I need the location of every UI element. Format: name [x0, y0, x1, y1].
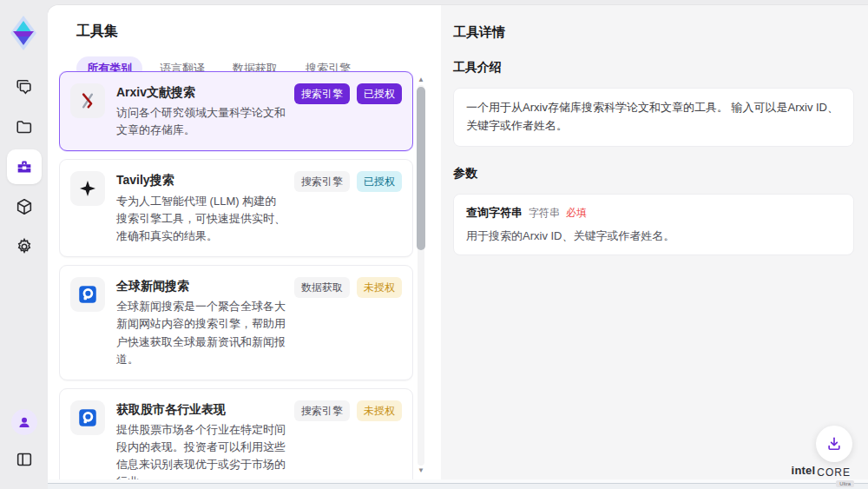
tool-body: Arxiv文献搜索访问各个研究领域大量科学论文和文章的存储库。 [116, 83, 294, 139]
main-window: 工具集 所有类别语言翻译数据获取搜索引擎 Arxiv文献搜索访问各个研究领域大量… [48, 5, 868, 479]
badge-group: 数据获取未授权 [294, 277, 402, 368]
cube-icon[interactable] [7, 189, 42, 224]
intro-text: 一个用于从Arxiv存储库搜索科学论文和文章的工具。 输入可以是Arxiv ID… [466, 99, 841, 135]
core-wordmark: CORE [817, 466, 851, 479]
rail-nav [0, 69, 48, 269]
download-button[interactable] [816, 426, 852, 462]
auth-status-badge: 未授权 [357, 277, 402, 298]
tool-description: 全球新闻搜索是一个聚合全球各大新闻网站内容的搜索引擎，帮助用户快速获取全球最新资… [116, 298, 287, 368]
tool-description: 访问各个研究领域大量科学论文和文章的存储库。 [116, 104, 287, 139]
tool-detail-pane: 工具详情 工具介绍 一个用于从Arxiv存储库搜索科学论文和文章的工具。 输入可… [441, 5, 868, 479]
scroll-down-icon[interactable]: ▼ [416, 466, 426, 476]
user-avatar[interactable] [11, 409, 37, 435]
app-root: 工具集 所有类别语言翻译数据获取搜索引擎 Arxiv文献搜索访问各个研究领域大量… [0, 0, 868, 489]
param-head: 查询字符串 字符串 必填 [466, 205, 841, 221]
intel-core-logo: intel CORE Ultra [792, 464, 854, 487]
param-type: 字符串 [529, 206, 560, 221]
badge-group: 搜索引擎未授权 [294, 400, 402, 479]
tool-body: 获取股市各行业表现提供股票市场各个行业在特定时间段内的表现。投资者可以利用这些信… [116, 400, 294, 479]
tool-name: 获取股市各行业表现 [116, 401, 287, 417]
tool-body: 全球新闻搜索全球新闻搜索是一个聚合全球各大新闻网站内容的搜索引擎，帮助用户快速获… [116, 277, 294, 368]
panel-toggle-icon[interactable] [7, 442, 42, 477]
ultra-badge: Ultra [836, 480, 854, 487]
tools-list-pane: 工具集 所有类别语言翻译数据获取搜索引擎 Arxiv文献搜索访问各个研究领域大量… [48, 5, 441, 479]
badge-group: 搜索引擎已授权 [294, 171, 402, 245]
tool-list: Arxiv文献搜索访问各个研究领域大量科学论文和文章的存储库。搜索引擎已授权Ta… [59, 71, 413, 479]
auth-status-badge: 已授权 [357, 171, 402, 192]
param-required-badge: 必填 [566, 206, 587, 221]
page-title: 工具集 [48, 5, 441, 41]
tool-card-2[interactable]: 全球新闻搜索全球新闻搜索是一个聚合全球各大新闻网站内容的搜索引擎，帮助用户快速获… [59, 265, 413, 380]
desktop-bottom-strip [0, 483, 868, 489]
auth-status-badge: 未授权 [357, 400, 402, 421]
arxiv-x-icon [70, 83, 105, 118]
tool-description: 专为人工智能代理 (LLM) 构建的搜索引擎工具，可快速提供实时、准确和真实的结… [116, 193, 287, 245]
scroll-up-icon[interactable]: ▲ [416, 75, 426, 85]
toolbox-icon-active[interactable] [7, 149, 42, 184]
params-heading: 参数 [453, 166, 854, 182]
list-scrollbar[interactable]: ▲ ▼ [416, 75, 426, 479]
category-badge: 数据获取 [294, 277, 350, 298]
folder-icon[interactable] [7, 109, 42, 144]
intel-wordmark: intel [792, 464, 816, 477]
tool-name: Tavily搜索 [116, 172, 287, 188]
tool-body: Tavily搜索专为人工智能代理 (LLM) 构建的搜索引擎工具，可快速提供实时… [116, 171, 294, 245]
intro-card: 一个用于从Arxiv存储库搜索科学论文和文章的工具。 输入可以是Arxiv ID… [453, 88, 854, 147]
category-badge: 搜索引擎 [294, 171, 350, 192]
chat-icon[interactable] [7, 69, 42, 104]
tool-name: Arxiv文献搜索 [116, 84, 287, 100]
download-icon [825, 435, 843, 453]
tool-card-1[interactable]: Tavily搜索专为人工智能代理 (LLM) 构建的搜索引擎工具，可快速提供实时… [59, 159, 413, 257]
tool-name: 全球新闻搜索 [116, 278, 287, 294]
scrollbar-thumb[interactable] [417, 87, 425, 250]
star-icon [70, 171, 105, 206]
left-nav-rail [0, 0, 48, 489]
search-q-icon [70, 400, 105, 435]
category-badge: 搜索引擎 [294, 400, 350, 421]
auth-status-badge: 已授权 [357, 83, 402, 104]
category-badge: 搜索引擎 [294, 83, 350, 104]
settings-gear-icon[interactable] [7, 229, 42, 264]
tool-description: 提供股票市场各个行业在特定时间段内的表现。投资者可以利用这些信息来识别表现优于或… [116, 421, 287, 479]
param-name: 查询字符串 [466, 205, 523, 221]
param-card: 查询字符串 字符串 必填 用于搜索的Arxiv ID、关键字或作者姓名。 [453, 194, 854, 255]
tool-card-3[interactable]: 获取股市各行业表现提供股票市场各个行业在特定时间段内的表现。投资者可以利用这些信… [59, 388, 413, 479]
app-logo [9, 14, 38, 52]
tool-card-0[interactable]: Arxiv文献搜索访问各个研究领域大量科学论文和文章的存储库。搜索引擎已授权 [59, 71, 413, 151]
search-q-icon [70, 277, 105, 312]
param-desc: 用于搜索的Arxiv ID、关键字或作者姓名。 [466, 228, 841, 244]
detail-title: 工具详情 [453, 24, 854, 41]
rail-bottom [0, 409, 48, 477]
intro-heading: 工具介绍 [453, 60, 854, 76]
badge-group: 搜索引擎已授权 [294, 83, 402, 139]
